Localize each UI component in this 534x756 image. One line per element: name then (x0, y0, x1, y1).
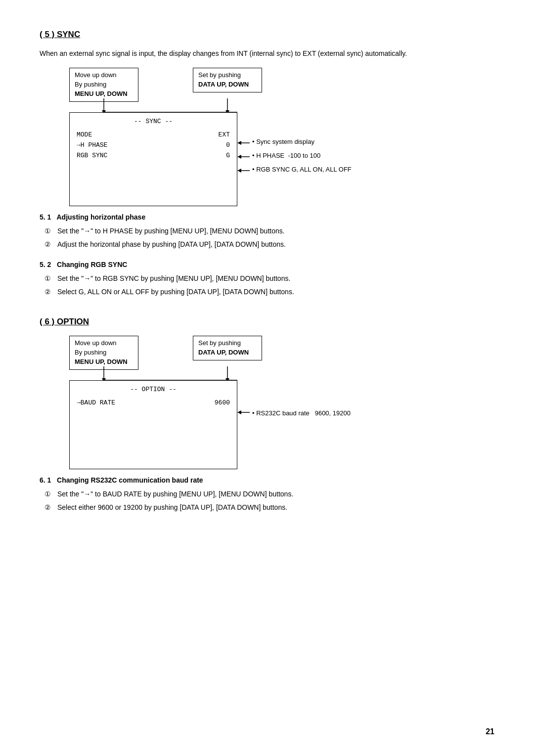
sync-mode-row: MODEEXT (77, 131, 230, 138)
option-diagram: Move up downBy pushingMENU UP, DOWN Set … (40, 336, 494, 464)
svg-marker-10 (237, 169, 241, 173)
subsection-5-1: 5. 1 Adjusting horizontal phase ① Set th… (40, 213, 494, 250)
subsection-6-1-item-2: ② Select either 9600 or 19200 by pushing… (44, 502, 494, 513)
subsection-6-1: 6. 1 Changing RS232C communication baud … (40, 476, 494, 513)
option-set-box: Set by pushingDATA UP, DOWN (193, 336, 262, 360)
sync-set-box: Set by pushingDATA UP, DOWN (193, 68, 262, 92)
option-annot-1: • RS232C baud rate 9600, 19200 (252, 406, 351, 420)
sync-diagram: Move up downBy pushingMENU UP, DOWN Set … (40, 68, 494, 201)
option-menu-title: -- OPTION -- (77, 386, 230, 393)
subsection-5-2: 5. 2 Changing RGB SYNC ① Set the "→" to … (40, 261, 494, 297)
section-sync-intro: When an external sync signal is input, t… (40, 48, 494, 59)
subsection-5-2-item-2: ② Select G, ALL ON or ALL OFF by pushing… (44, 287, 494, 297)
section-sync-title: ( 5 ) SYNC (40, 30, 494, 40)
sync-annot-3: • RGB SYNC G, ALL ON, ALL OFF (252, 162, 352, 176)
option-menu-box: -- OPTION -- →BAUD RATE9600 (69, 380, 237, 469)
svg-marker-17 (237, 410, 241, 414)
option-move-box: Move up downBy pushingMENU UP, DOWN (69, 336, 138, 370)
subsection-5-1-title: 5. 1 Adjusting horizontal phase (40, 213, 494, 221)
svg-marker-8 (237, 155, 241, 159)
section-option-title: ( 6 ) OPTION (40, 317, 494, 327)
subsection-5-2-title: 5. 2 Changing RGB SYNC (40, 261, 494, 268)
sync-menu-title: -- SYNC -- (77, 118, 230, 125)
subsection-6-1-item-1: ① Set the "→" to BAUD RATE by pushing [M… (44, 489, 494, 499)
section-sync: ( 5 ) SYNC When an external sync signal … (40, 30, 494, 297)
option-baudrate-row: →BAUD RATE9600 (77, 399, 230, 406)
sync-move-box: Move up downBy pushingMENU UP, DOWN (69, 68, 138, 102)
option-right-annotations: • RS232C baud rate 9600, 19200 (252, 406, 351, 420)
sync-hphase-row: →H PHASE0 (77, 141, 230, 149)
svg-marker-6 (237, 141, 241, 145)
page-number: 21 (486, 727, 494, 736)
subsection-5-1-item-1: ① Set the "→" to H PHASE by pushing [MEN… (44, 226, 494, 236)
sync-menu-box: -- SYNC -- MODEEXT →H PHASE0 RGB SYNCG (69, 112, 237, 206)
sync-rgbsync-row: RGB SYNCG (77, 152, 230, 159)
subsection-5-1-item-2: ② Adjust the horizontal phase by pushing… (44, 239, 494, 250)
subsection-5-2-item-1: ① Set the "→" to RGB SYNC by pushing [ME… (44, 273, 494, 284)
subsection-6-1-title: 6. 1 Changing RS232C communication baud … (40, 476, 494, 484)
sync-right-annotations: • Sync system display • H PHASE -100 to … (252, 134, 352, 176)
section-option: ( 6 ) OPTION Move up downBy pushingMENU … (40, 317, 494, 513)
sync-annot-2: • H PHASE -100 to 100 (252, 148, 352, 162)
sync-annot-1: • Sync system display (252, 134, 352, 148)
